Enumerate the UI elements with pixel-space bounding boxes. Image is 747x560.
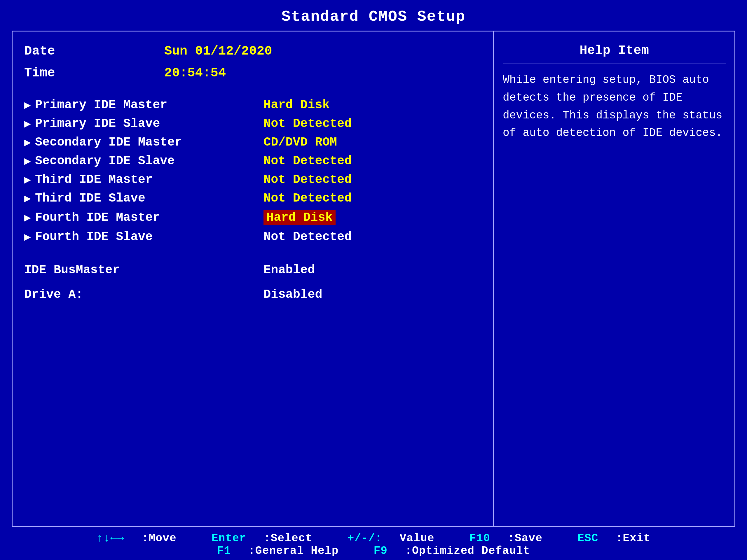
bios-screen: Standard CMOS Setup Date Time Sun 01/12/…: [0, 0, 747, 560]
arrow-icon: ▶: [24, 211, 31, 224]
footer: ↑↓←→:MoveEnter:Select+/-/:ValueF10:SaveE…: [0, 527, 747, 560]
footer-key: Enter: [211, 532, 246, 544]
ide-label: ▶Third IDE Slave: [24, 191, 263, 205]
extra-row[interactable]: Drive A:Disabled: [24, 282, 482, 307]
arrow-icon: ▶: [24, 98, 31, 112]
footer-line2: F1:General HelpF9:Optimized Default: [0, 544, 747, 557]
ide-row[interactable]: ▶Primary IDE MasterHard Disk: [24, 96, 482, 114]
ide-value: Hard Disk: [263, 98, 330, 112]
footer-desc: :General Help: [248, 544, 338, 557]
ide-value: Not Detected: [263, 154, 352, 168]
footer-key: ESC: [577, 532, 598, 544]
footer-line1: ↑↓←→:MoveEnter:Select+/-/:ValueF10:SaveE…: [0, 532, 747, 544]
title-text: Standard CMOS Setup: [282, 8, 466, 25]
ide-value: Hard Disk: [263, 210, 336, 225]
main-container: Date Time Sun 01/12/2020 20:54:54 ▶Prima…: [12, 31, 735, 527]
ide-label: ▶Fourth IDE Master: [24, 211, 263, 224]
ide-value: CD/DVD ROM: [263, 135, 337, 149]
ide-value: Not Detected: [263, 173, 352, 187]
ide-row[interactable]: ▶Third IDE MasterNot Detected: [24, 170, 482, 189]
right-panel: Help Item While entering setup, BIOS aut…: [494, 31, 735, 526]
dt-values: Sun 01/12/2020 20:54:54: [164, 40, 272, 84]
date-value: Sun 01/12/2020: [164, 40, 272, 62]
footer-desc: :Save: [508, 532, 542, 544]
extra-value: Enabled: [263, 263, 315, 277]
extra-label: IDE BusMaster: [24, 263, 263, 277]
ide-row[interactable]: ▶Fourth IDE MasterHard Disk: [24, 208, 482, 228]
ide-row[interactable]: ▶Fourth IDE SlaveNot Detected: [24, 228, 482, 246]
footer-key: F10: [469, 532, 490, 544]
dt-labels: Date Time: [24, 40, 164, 84]
ide-value: Not Detected: [263, 230, 352, 244]
footer-desc: :Select: [264, 532, 312, 544]
footer-desc: :Move: [142, 532, 177, 544]
arrow-icon: ▶: [24, 154, 31, 168]
ide-label: ▶Secondary IDE Slave: [24, 154, 263, 168]
ide-row[interactable]: ▶Primary IDE SlaveNot Detected: [24, 114, 482, 133]
footer-key: ↑↓←→: [97, 532, 124, 544]
left-panel: Date Time Sun 01/12/2020 20:54:54 ▶Prima…: [12, 31, 494, 526]
help-text: While entering setup, BIOS auto detects …: [503, 71, 726, 142]
footer-key: F9: [374, 544, 387, 557]
page-title: Standard CMOS Setup: [0, 0, 747, 31]
arrow-icon: ▶: [24, 192, 31, 205]
ide-label: ▶Primary IDE Master: [24, 98, 263, 112]
date-label: Date: [24, 40, 164, 62]
ide-label: ▶Third IDE Master: [24, 173, 263, 187]
help-title: Help Item: [503, 37, 726, 64]
footer-desc: :Optimized Default: [405, 544, 530, 557]
arrow-icon: ▶: [24, 173, 31, 186]
ide-value: Not Detected: [263, 117, 352, 131]
footer-desc: Value: [400, 532, 435, 544]
ide-row[interactable]: ▶Third IDE SlaveNot Detected: [24, 189, 482, 208]
ide-section: ▶Primary IDE MasterHard Disk▶Primary IDE…: [24, 96, 482, 246]
footer-desc: :Exit: [616, 532, 650, 544]
date-time-section: Date Time Sun 01/12/2020 20:54:54: [24, 40, 482, 84]
ide-label: ▶Secondary IDE Master: [24, 135, 263, 149]
arrow-icon: ▶: [24, 230, 31, 243]
footer-key: +/-/:: [347, 532, 382, 544]
time-label: Time: [24, 62, 164, 84]
ide-label: ▶Primary IDE Slave: [24, 117, 263, 131]
extra-value: Disabled: [263, 288, 323, 301]
footer-key: F1: [217, 544, 231, 557]
ide-label: ▶Fourth IDE Slave: [24, 230, 263, 244]
ide-row[interactable]: ▶Secondary IDE MasterCD/DVD ROM: [24, 133, 482, 152]
time-value: 20:54:54: [164, 62, 272, 84]
ide-value: Not Detected: [263, 191, 352, 205]
extra-row[interactable]: IDE BusMasterEnabled: [24, 258, 482, 282]
ide-row[interactable]: ▶Secondary IDE SlaveNot Detected: [24, 152, 482, 170]
extra-label: Drive A:: [24, 288, 263, 301]
extra-section: IDE BusMasterEnabledDrive A:Disabled: [24, 258, 482, 307]
arrow-icon: ▶: [24, 136, 31, 149]
arrow-icon: ▶: [24, 117, 31, 130]
